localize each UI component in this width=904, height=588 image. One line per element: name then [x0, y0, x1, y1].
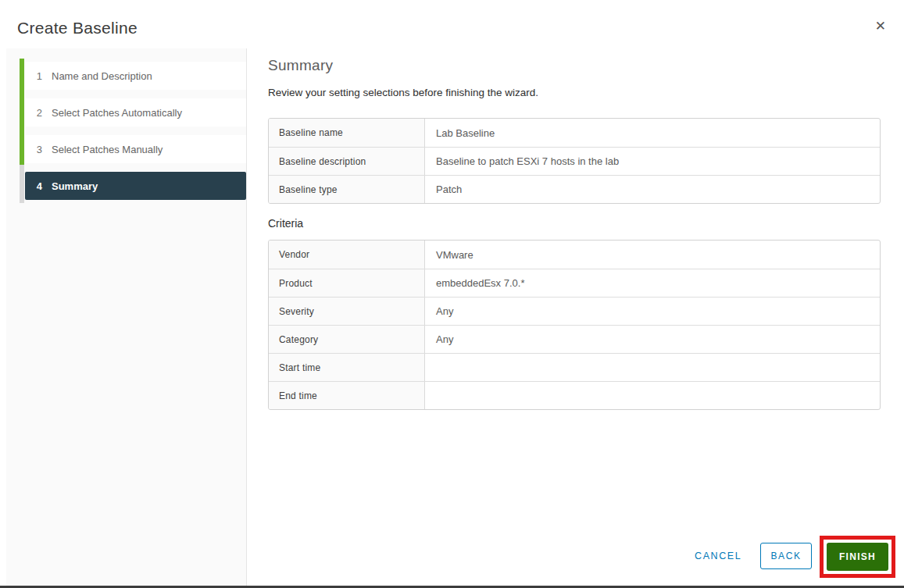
step-number: 2 [25, 107, 42, 119]
row-label: Start time [269, 354, 425, 381]
row-value: Any [425, 298, 880, 325]
row-label: Baseline name [269, 119, 425, 147]
step-summary-active[interactable]: 4 Summary [25, 172, 246, 200]
table-row: End time [269, 381, 880, 409]
step-select-patches-manually[interactable]: 3 Select Patches Manually [25, 135, 246, 163]
progress-track-completed [20, 59, 24, 165]
table-row: Baseline name Lab Baseline [269, 119, 880, 147]
row-value: Baseline to patch ESXi 7 hosts in the la… [425, 148, 880, 175]
row-label: Vendor [269, 241, 425, 269]
step-number: 1 [25, 70, 42, 82]
row-value: embeddedEsx 7.0.* [425, 269, 880, 297]
step-select-patches-automatically[interactable]: 2 Select Patches Automatically [25, 98, 246, 127]
row-label: Baseline type [269, 176, 425, 203]
table-row: Start time [269, 353, 880, 381]
baseline-settings-table: Baseline name Lab Baseline Baseline desc… [268, 118, 881, 204]
table-row: Severity Any [269, 297, 880, 325]
summary-subtitle: Review your setting selections before fi… [268, 87, 538, 98]
table-row: Category Any [269, 325, 880, 353]
table-row: Baseline description Baseline to patch E… [269, 147, 880, 175]
row-label: End time [269, 382, 425, 409]
finish-highlight-annotation: FINISH [820, 536, 895, 578]
step-number: 3 [25, 144, 42, 155]
finish-button[interactable]: FINISH [827, 543, 888, 571]
criteria-heading: Criteria [268, 217, 303, 230]
criteria-table: Vendor VMware Product embeddedEsx 7.0.* … [268, 240, 881, 410]
step-name-and-description[interactable]: 1 Name and Description [25, 62, 246, 90]
step-label: Select Patches Automatically [52, 107, 182, 119]
dialog-title: Create Baseline [17, 19, 138, 37]
row-label: Category [269, 326, 425, 353]
row-value: Lab Baseline [425, 119, 880, 147]
summary-heading: Summary [268, 57, 333, 74]
row-value: VMware [425, 241, 880, 269]
row-label: Baseline description [269, 148, 425, 175]
row-value [425, 354, 880, 381]
table-row: Baseline type Patch [269, 175, 880, 203]
row-value [425, 382, 880, 409]
step-label: Select Patches Manually [52, 144, 163, 155]
cancel-button[interactable]: CANCEL [695, 551, 741, 561]
wizard-steps-sidebar: 1 Name and Description 2 Select Patches … [6, 48, 247, 586]
back-button[interactable]: BACK [760, 543, 812, 569]
table-row: Product embeddedEsx 7.0.* [269, 269, 880, 297]
row-value: Patch [425, 176, 880, 203]
table-row: Vendor VMware [269, 241, 880, 269]
progress-track-remaining [20, 165, 24, 203]
row-label: Product [269, 269, 425, 297]
row-label: Severity [269, 298, 425, 325]
row-value: Any [425, 326, 880, 353]
step-label: Name and Description [52, 70, 152, 82]
step-number: 4 [25, 180, 42, 192]
close-icon[interactable]: ✕ [875, 20, 886, 33]
step-label: Summary [52, 180, 98, 192]
